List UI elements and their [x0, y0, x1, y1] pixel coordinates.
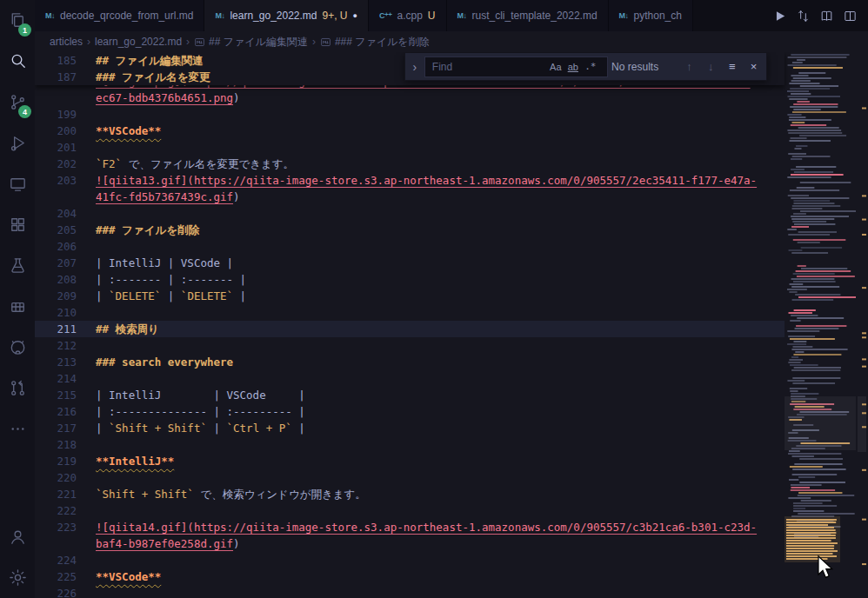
- line-number: 218: [35, 436, 96, 453]
- code-line[interactable]: 217| `Shift + Shift` | `Ctrl + P` |: [35, 420, 785, 436]
- editor-tab[interactable]: M↓learn_go_2022.md9+, U●: [204, 0, 369, 31]
- breadcrumb-item[interactable]: learn_go_2022.md: [95, 36, 182, 48]
- testing-icon: [8, 256, 28, 276]
- tab-label: learn_go_2022.md: [230, 10, 317, 22]
- activity-bar-item-settings[interactable]: [0, 557, 35, 598]
- activity-bar-item-source-control[interactable]: 4: [0, 82, 35, 123]
- code-line[interactable]: 215| IntelliJ | VSCode |: [35, 387, 785, 403]
- activity-bar-item-accounts[interactable]: [0, 516, 35, 557]
- whole-word-button[interactable]: ab: [564, 58, 582, 76]
- line-content: | `Shift + Shift` | `Ctrl + P` |: [96, 422, 305, 435]
- line-number: 209: [35, 288, 96, 304]
- line-number: 185: [35, 52, 96, 69]
- activity-bar-item-remote-explorer[interactable]: [0, 163, 35, 204]
- activity-bar-item-more-actions[interactable]: [0, 409, 35, 449]
- breadcrumb-item[interactable]: ## ファイル編集関連: [194, 35, 308, 50]
- code-line[interactable]: 201: [35, 139, 785, 156]
- line-content: `Shift + Shift` で、検索ウィンドウが開きます。: [96, 488, 366, 501]
- code-line[interactable]: 200**VSCode**: [35, 123, 785, 139]
- minimap[interactable]: [785, 52, 856, 598]
- breadcrumb-label: learn_go_2022.md: [95, 36, 182, 48]
- code-line[interactable]: 226: [35, 585, 785, 598]
- compare-changes-icon: [796, 9, 811, 23]
- line-number: 205: [35, 222, 96, 238]
- accounts-icon: [8, 527, 28, 547]
- line-number: 226: [35, 585, 96, 598]
- code-line[interactable]: 220: [35, 469, 785, 486]
- markdown-file-icon: M↓: [619, 11, 629, 20]
- code-line[interactable]: 216| :-------------- | :--------- |: [35, 403, 785, 420]
- code-line[interactable]: 218: [35, 436, 785, 453]
- activity-bar-item-run-debug[interactable]: [0, 123, 35, 163]
- open-preview-button[interactable]: [816, 5, 838, 27]
- line-number: 199: [35, 106, 96, 123]
- code-line[interactable]: ec67-bdb4376b4651.png): [35, 90, 785, 106]
- code-line[interactable]: 208| :------- | :------- |: [35, 271, 785, 288]
- activity-bar-item-explorer[interactable]: 1: [0, 0, 35, 41]
- editor-tab[interactable]: C⁺⁺a.cppU: [369, 0, 447, 31]
- editor-actions: [762, 0, 868, 31]
- activity-bar-item-containers[interactable]: [0, 286, 35, 327]
- find-input-wrap: Aa ab .*: [424, 56, 608, 77]
- editor-tab[interactable]: M↓rust_cli_template_2022.md: [447, 0, 609, 31]
- line-content: ## 検索周り: [96, 322, 159, 336]
- code-line[interactable]: 219**IntelliJ**: [35, 453, 785, 469]
- line-number: 187: [35, 69, 96, 85]
- code-line[interactable]: 205### ファイルを削除: [35, 222, 785, 238]
- activity-bar-item-extensions[interactable]: [0, 204, 35, 245]
- close-find-button[interactable]: ×: [744, 57, 763, 76]
- code-line[interactable]: 202`F2` で、ファイル名を変更できます。: [35, 156, 785, 172]
- code-line[interactable]: 222: [35, 502, 785, 519]
- scrollbar[interactable]: [856, 52, 868, 598]
- split-editor-button[interactable]: [839, 5, 861, 27]
- previous-match-button[interactable]: ↑: [680, 57, 698, 76]
- code-line[interactable]: 214: [35, 370, 785, 387]
- code-line[interactable]: 225**VSCode**: [35, 568, 785, 585]
- find-in-selection-button[interactable]: ≡: [724, 57, 742, 76]
- code-line[interactable]: 224: [35, 552, 785, 568]
- tab-bar: M↓decode_qrcode_from_url.mdM↓learn_go_20…: [35, 0, 868, 31]
- dirty-indicator-icon[interactable]: ●: [353, 12, 357, 20]
- tab-label: python_ch: [634, 10, 682, 22]
- line-content: | :-------------- | :--------- |: [96, 405, 305, 418]
- breadcrumb-item[interactable]: articles: [50, 36, 83, 48]
- tab-label: a.cpp: [397, 10, 422, 22]
- code-line[interactable]: 203![qiita13.gif](https://qiita-image-st…: [35, 172, 785, 189]
- code-line[interactable]: 213### search everywhere: [35, 354, 785, 370]
- code-line[interactable]: 209| `DELETE` | `DELETE` |: [35, 288, 785, 304]
- current-code-line[interactable]: 211## 検索周り: [35, 321, 785, 337]
- match-case-button[interactable]: Aa: [547, 58, 564, 76]
- code-line[interactable]: 206: [35, 238, 785, 255]
- code-line[interactable]: 221`Shift + Shift` で、検索ウィンドウが開きます。: [35, 486, 785, 502]
- editor-tab[interactable]: M↓decode_qrcode_from_url.md: [35, 0, 204, 31]
- activity-bar-item-github[interactable]: [0, 327, 35, 368]
- run-debug-icon: [8, 133, 28, 153]
- code-line[interactable]: baf4-b987ef0e258d.gif): [35, 535, 785, 552]
- line-number: 207: [35, 255, 96, 271]
- line-number: 215: [35, 387, 96, 403]
- code-line[interactable]: 41fc-fd5b7367439c.gif): [35, 189, 785, 205]
- toggle-replace-chevron-icon[interactable]: ›: [409, 53, 421, 80]
- code-line[interactable]: 204: [35, 205, 785, 222]
- compare-changes-button[interactable]: [792, 5, 814, 27]
- code-line[interactable]: 207| IntelliJ | VSCode |: [35, 255, 785, 271]
- find-results-label: No results: [611, 61, 677, 73]
- code-line[interactable]: 212: [35, 337, 785, 354]
- regex-button[interactable]: .*: [582, 58, 599, 76]
- editor-tab[interactable]: M↓python_ch: [609, 0, 693, 31]
- activity-bar-item-testing[interactable]: [0, 245, 35, 286]
- activity-bar-item-pull-requests[interactable]: [0, 368, 35, 409]
- activity-bar-item-search[interactable]: [0, 41, 35, 82]
- run-button[interactable]: [769, 5, 791, 27]
- editor[interactable]: ![image9.png](https://qiita-image-store.…: [35, 52, 868, 598]
- code-line[interactable]: 223![qiita14.gif](https://qiita-image-st…: [35, 519, 785, 535]
- breadcrumb-item[interactable]: ### ファイルを削除: [320, 35, 430, 50]
- next-match-button[interactable]: ↓: [702, 57, 720, 76]
- more-actions-icon: [8, 419, 28, 439]
- code-line[interactable]: 210: [35, 304, 785, 321]
- line-number: 220: [35, 469, 96, 486]
- code-line[interactable]: 199: [35, 106, 785, 123]
- run-icon: [772, 9, 787, 23]
- find-input[interactable]: [431, 60, 547, 74]
- line-content: | IntelliJ | VSCode |: [96, 389, 305, 402]
